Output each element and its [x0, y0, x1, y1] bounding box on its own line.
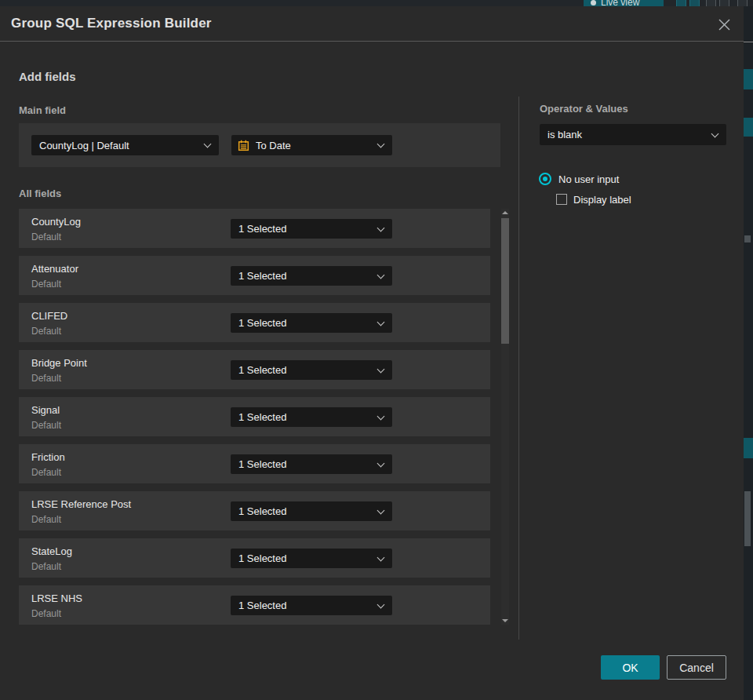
main-field-date-select[interactable]: To Date [231, 135, 392, 155]
main-field-date-value: To Date [249, 140, 291, 151]
all-fields-label: All fields [19, 188, 61, 199]
selected-count-label: 1 Selected [231, 600, 286, 611]
background-teal-fragment [744, 118, 753, 137]
field-row-clifed: CLIFED Default 1 Selected [19, 303, 490, 342]
calendar-icon [238, 140, 249, 151]
main-field-label: Main field [19, 104, 66, 116]
field-subtitle: Default [31, 561, 61, 572]
field-row-friction: Friction Default 1 Selected [19, 444, 490, 483]
panel-divider [518, 97, 519, 640]
title-divider [0, 41, 744, 42]
field-row-attenuator: Attenuator Default 1 Selected [19, 256, 490, 295]
selected-count-label: 1 Selected [231, 364, 286, 376]
chevron-down-icon [377, 600, 385, 608]
field-row-signal: Signal Default 1 Selected [19, 397, 490, 436]
toolbar-button-icon[interactable] [706, 0, 716, 6]
background-gray-fragment [744, 235, 751, 242]
toolbar-button-icon[interactable] [737, 0, 748, 6]
field-name: Friction [31, 451, 65, 463]
operator-select[interactable]: is blank [540, 124, 726, 145]
list-scrollbar[interactable] [501, 209, 509, 625]
selected-count-label: 1 Selected [231, 317, 286, 329]
selected-count-label: 1 Selected [231, 223, 286, 235]
field-name: CLIFED [31, 310, 67, 322]
chevron-down-icon [377, 506, 385, 514]
field-name: StateLog [31, 545, 72, 557]
background-teal-fragment [744, 438, 753, 458]
live-indicator-dot-icon [591, 0, 596, 5]
chevron-down-icon [377, 140, 385, 148]
display-label-checkbox[interactable] [556, 194, 567, 205]
field-name: LRSE Reference Post [31, 498, 131, 510]
operator-select-value: is blank [540, 129, 582, 140]
radio-selected-dot-icon [543, 177, 547, 181]
field-name: Bridge Point [31, 357, 87, 369]
display-label-text: Display label [573, 194, 631, 206]
selected-count-label: 1 Selected [231, 505, 286, 517]
field-subtitle: Default [31, 373, 61, 384]
add-fields-heading: Add fields [19, 70, 76, 83]
close-icon [718, 18, 731, 31]
field-subtitle: Default [31, 420, 61, 431]
close-button[interactable] [714, 14, 734, 35]
scroll-down-arrow-icon[interactable] [502, 619, 508, 622]
field-row-statelog: StateLog Default 1 Selected [19, 538, 490, 578]
no-user-input-label: No user input [558, 173, 619, 185]
field-selected-dropdown[interactable]: 1 Selected [231, 549, 392, 568]
background-gray-fragment [744, 491, 751, 546]
field-selected-dropdown[interactable]: 1 Selected [231, 501, 392, 521]
field-selected-dropdown[interactable]: 1 Selected [231, 360, 392, 380]
scroll-up-arrow-icon[interactable] [502, 211, 508, 214]
field-row-lrse-reference-post: LRSE Reference Post Default 1 Selected [19, 491, 490, 530]
chevron-down-icon [377, 459, 385, 467]
chevron-down-icon [711, 129, 719, 137]
background-app-top-strip: Live view [0, 0, 753, 6]
field-row-bridge-point: Bridge Point Default 1 Selected [19, 350, 490, 389]
field-name: Attenuator [31, 263, 78, 275]
selected-count-label: 1 Selected [231, 411, 286, 423]
field-name: LRSE NHS [31, 592, 82, 604]
main-field-select-value: CountyLog | Default [31, 140, 129, 151]
field-name: Signal [31, 404, 60, 416]
chevron-down-icon [377, 224, 385, 232]
ok-button[interactable]: OK [601, 655, 660, 680]
field-selected-dropdown[interactable]: 1 Selected [231, 313, 392, 333]
live-view-button[interactable]: Live view [584, 0, 664, 6]
field-row-lrse-nhs: LRSE NHS Default 1 Selected [19, 585, 490, 625]
chevron-down-icon [204, 140, 212, 148]
field-selected-dropdown[interactable]: 1 Selected [231, 596, 392, 615]
main-field-select[interactable]: CountyLog | Default [31, 135, 219, 155]
field-subtitle: Default [31, 326, 61, 337]
field-selected-dropdown[interactable]: 1 Selected [231, 407, 392, 427]
field-subtitle: Default [31, 279, 61, 290]
field-selected-dropdown[interactable]: 1 Selected [231, 219, 392, 239]
field-subtitle: Default [31, 514, 61, 525]
main-field-container: CountyLog | Default To Date [19, 123, 500, 167]
field-name: CountyLog [31, 216, 81, 228]
field-subtitle: Default [31, 467, 61, 478]
cancel-button[interactable]: Cancel [667, 655, 726, 680]
chevron-down-icon [377, 318, 385, 326]
selected-count-label: 1 Selected [231, 552, 286, 564]
field-selected-dropdown[interactable]: 1 Selected [231, 454, 392, 474]
chevron-down-icon [377, 271, 385, 279]
selected-count-label: 1 Selected [231, 458, 286, 470]
scrollbar-thumb[interactable] [501, 218, 509, 344]
screen: Live view Group SQL Expression Builder [0, 0, 753, 700]
field-subtitle: Default [31, 232, 61, 242]
field-selected-dropdown[interactable]: 1 Selected [231, 266, 392, 286]
background-app-right-strip [744, 6, 753, 700]
group-sql-expression-builder-dialog: Group SQL Expression Builder Add fields … [0, 6, 744, 700]
live-view-label: Live view [601, 0, 639, 6]
no-user-input-radio[interactable] [539, 173, 551, 185]
toolbar-button-icon[interactable] [676, 0, 686, 6]
chevron-down-icon [377, 412, 385, 420]
field-row-countylog: CountyLog Default 1 Selected [19, 209, 490, 248]
toolbar-button-icon[interactable] [689, 0, 700, 6]
toolbar-button-icon[interactable] [719, 0, 729, 6]
dialog-titlebar: Group SQL Expression Builder [0, 6, 744, 41]
dialog-title: Group SQL Expression Builder [11, 16, 212, 31]
field-subtitle: Default [31, 608, 61, 619]
selected-count-label: 1 Selected [231, 270, 286, 282]
background-teal-fragment [744, 69, 753, 89]
